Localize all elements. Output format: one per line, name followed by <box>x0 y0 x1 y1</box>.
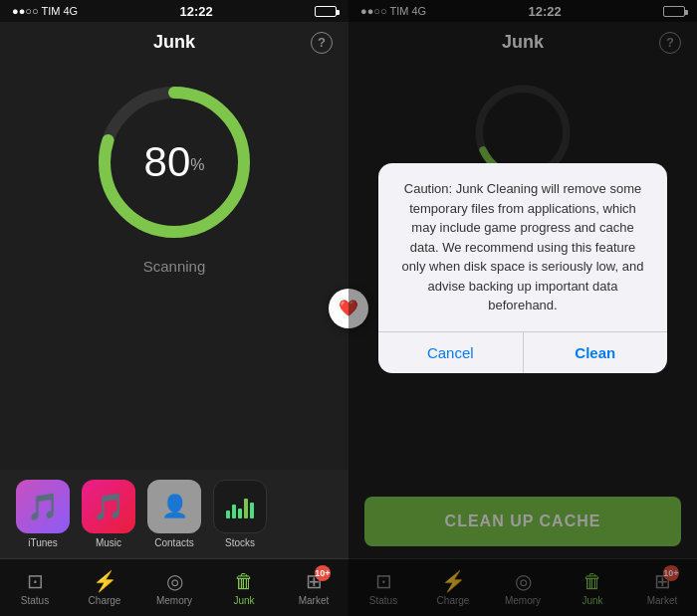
app-item-contacts[interactable]: 👤 Contacts <box>147 480 201 548</box>
app-icon-itunes: 🎵 <box>16 480 70 533</box>
battery-left <box>315 6 337 17</box>
dialog-overlay: Caution: Junk Cleaning will remove some … <box>348 0 697 616</box>
dialog-body: Caution: Junk Cleaning will remove some … <box>378 163 667 331</box>
nav-junk-left[interactable]: 🗑 Junk <box>209 559 279 616</box>
nav-charge-left[interactable]: ⚡ Charge <box>70 559 139 616</box>
bottom-nav-left: ⊡ Status ⚡ Charge ◎ Memory 🗑 Junk 10+ ⊞ … <box>0 558 348 616</box>
right-screen: ●●○○ TIM 4G 12:22 Junk ? Caution: Junk C… <box>348 0 697 616</box>
app-item-stocks[interactable]: Stocks <box>213 480 267 548</box>
app-item-itunes[interactable]: 🎵 iTunes <box>16 480 70 548</box>
help-button-left[interactable]: ? <box>311 32 333 54</box>
circle-container-left: 80% Scanning <box>0 63 348 470</box>
nav-label-junk-left: Junk <box>233 595 254 606</box>
status-icon-left: ⊡ <box>27 569 44 593</box>
app-item-music[interactable]: 🎵 Music <box>82 480 135 548</box>
app-icon-contacts: 👤 <box>147 480 201 533</box>
progress-circle-left: 80% <box>95 83 254 242</box>
left-screen: ●●○○ TIM 4G 12:22 Junk ? 80% Scanning 🎵 <box>0 0 348 616</box>
nav-memory-left[interactable]: ◎ Memory <box>139 559 209 616</box>
nav-status-left[interactable]: ⊡ Status <box>0 559 70 616</box>
nav-label-memory-left: Memory <box>156 595 192 606</box>
junk-icon-left: 🗑 <box>234 570 254 593</box>
time-left: 12:22 <box>179 4 212 19</box>
nav-market-left[interactable]: 10+ ⊞ Market <box>279 559 348 616</box>
app-label-itunes: iTunes <box>28 537 58 548</box>
dialog-text: Caution: Junk Cleaning will remove some … <box>398 179 647 315</box>
cancel-button[interactable]: Cancel <box>378 332 523 373</box>
app-label-stocks: Stocks <box>225 537 255 548</box>
charge-icon-left: ⚡ <box>93 569 117 593</box>
app-label-contacts: Contacts <box>154 537 193 548</box>
status-bar-left: ●●○○ TIM 4G 12:22 <box>0 0 348 22</box>
carrier-left: ●●○○ TIM 4G <box>12 5 78 17</box>
nav-label-status-left: Status <box>21 595 49 606</box>
memory-icon-left: ◎ <box>166 569 183 593</box>
app-icon-music: 🎵 <box>82 480 135 533</box>
market-badge-left: 10+ <box>315 565 331 581</box>
clean-confirm-button[interactable]: Clean <box>524 332 668 373</box>
app-grid: 🎵 iTunes 🎵 Music 👤 Contacts Stocks <box>0 470 348 558</box>
scanning-label: Scanning <box>143 258 206 275</box>
caution-dialog: Caution: Junk Cleaning will remove some … <box>378 163 667 373</box>
nav-label-market-left: Market <box>299 595 330 606</box>
circle-value-left: 80% <box>144 138 205 186</box>
app-label-music: Music <box>96 537 121 548</box>
dialog-buttons: Cancel Clean <box>378 332 667 373</box>
nav-label-charge-left: Charge <box>89 595 121 606</box>
battery-icon-left <box>315 6 337 17</box>
header-left: Junk ? <box>0 22 348 63</box>
page-title-left: Junk <box>153 32 195 53</box>
app-icon-stocks <box>213 480 267 533</box>
